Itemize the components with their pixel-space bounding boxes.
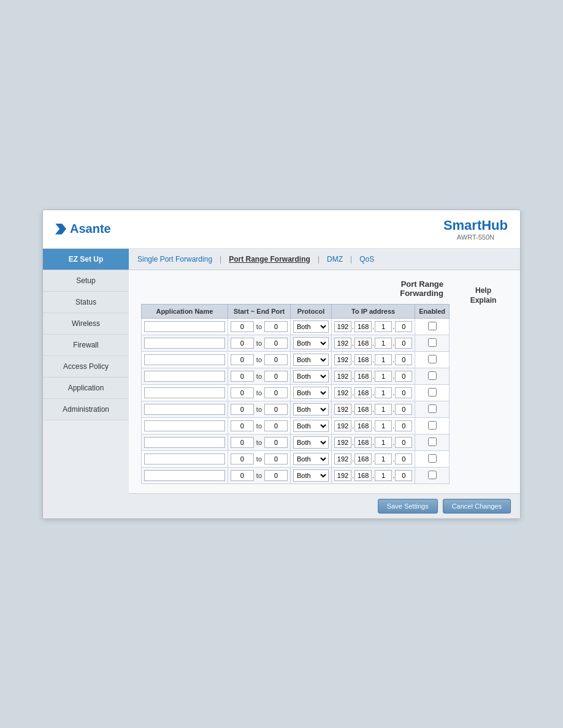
ip1-input-3[interactable] <box>334 371 351 382</box>
ip2-input-2[interactable] <box>354 354 372 365</box>
sidebar-item-wireless[interactable]: Wireless <box>43 313 129 335</box>
ip3-input-8[interactable] <box>375 453 392 464</box>
protocol-select-0[interactable]: BothTCPUDP <box>293 320 329 333</box>
ip1-input-6[interactable] <box>334 420 351 431</box>
tab-qos[interactable]: QoS <box>357 254 377 265</box>
ip1-input-4[interactable] <box>334 387 351 398</box>
start-port-input-6[interactable] <box>231 420 254 431</box>
end-port-input-7[interactable] <box>264 437 288 448</box>
cancel-changes-button[interactable]: Cancel Changes <box>443 499 511 514</box>
app-name-input-7[interactable] <box>144 437 225 448</box>
protocol-select-3[interactable]: BothTCPUDP <box>293 370 329 382</box>
ip3-input-5[interactable] <box>375 404 392 415</box>
app-name-input-3[interactable] <box>144 371 225 382</box>
tab-dmz[interactable]: DMZ <box>324 254 345 265</box>
enabled-checkbox-5[interactable] <box>428 404 437 413</box>
ip4-input-8[interactable] <box>395 453 412 464</box>
sidebar-item-firewall[interactable]: Firewall <box>43 335 129 356</box>
enabled-checkbox-4[interactable] <box>428 388 437 396</box>
end-port-input-3[interactable] <box>264 371 288 382</box>
ip2-input-7[interactable] <box>354 437 372 448</box>
ip4-input-4[interactable] <box>395 387 412 398</box>
enabled-checkbox-9[interactable] <box>428 471 437 479</box>
app-name-input-4[interactable] <box>144 387 225 398</box>
start-port-input-9[interactable] <box>231 470 254 481</box>
ip3-input-9[interactable] <box>375 470 392 481</box>
sidebar-item-status[interactable]: Status <box>43 292 129 313</box>
ip1-input-5[interactable] <box>334 404 351 415</box>
app-name-input-8[interactable] <box>144 453 225 464</box>
end-port-input-8[interactable] <box>264 453 288 464</box>
ip4-input-3[interactable] <box>395 371 412 382</box>
ip3-input-3[interactable] <box>375 371 392 382</box>
sidebar-item-administration[interactable]: Administration <box>43 399 129 420</box>
ip2-input-4[interactable] <box>354 387 372 398</box>
end-port-input-0[interactable] <box>264 321 288 332</box>
ip4-input-6[interactable] <box>395 420 412 431</box>
app-name-input-2[interactable] <box>144 354 225 365</box>
end-port-input-9[interactable] <box>264 470 288 481</box>
enabled-checkbox-3[interactable] <box>428 371 437 380</box>
start-port-input-8[interactable] <box>231 453 254 464</box>
ip4-input-5[interactable] <box>395 404 412 415</box>
app-name-input-9[interactable] <box>144 470 225 481</box>
start-port-input-5[interactable] <box>231 404 254 415</box>
start-port-input-1[interactable] <box>231 338 254 349</box>
ip3-input-4[interactable] <box>375 387 392 398</box>
ip4-input-2[interactable] <box>395 354 412 365</box>
protocol-select-9[interactable]: BothTCPUDP <box>293 469 329 482</box>
app-name-input-0[interactable] <box>144 321 225 332</box>
enabled-checkbox-0[interactable] <box>428 322 437 330</box>
ip2-input-0[interactable] <box>354 321 372 332</box>
ip3-input-6[interactable] <box>375 420 392 431</box>
save-settings-button[interactable]: Save Settings <box>378 499 438 514</box>
ip2-input-1[interactable] <box>354 338 372 349</box>
protocol-select-1[interactable]: BothTCPUDP <box>293 337 329 349</box>
app-name-input-5[interactable] <box>144 404 225 415</box>
ip1-input-2[interactable] <box>334 354 351 365</box>
ip3-input-1[interactable] <box>375 338 392 349</box>
sidebar-item-access-policy[interactable]: Access Policy <box>43 356 129 377</box>
start-port-input-0[interactable] <box>231 321 254 332</box>
app-name-input-6[interactable] <box>144 420 225 431</box>
ip2-input-9[interactable] <box>354 470 372 481</box>
protocol-select-2[interactable]: BothTCPUDP <box>293 354 329 366</box>
ip4-input-7[interactable] <box>395 437 412 448</box>
app-name-input-1[interactable] <box>144 338 225 349</box>
enabled-checkbox-8[interactable] <box>428 454 437 463</box>
protocol-select-5[interactable]: BothTCPUDP <box>293 403 329 415</box>
ip2-input-5[interactable] <box>354 404 372 415</box>
start-port-input-3[interactable] <box>231 371 254 382</box>
ip1-input-0[interactable] <box>334 321 351 332</box>
sidebar-item-ez-setup[interactable]: EZ Set Up <box>43 249 129 270</box>
ip3-input-0[interactable] <box>375 321 392 332</box>
sidebar-item-application[interactable]: Application <box>43 377 129 399</box>
end-port-input-2[interactable] <box>264 354 288 365</box>
protocol-select-8[interactable]: BothTCPUDP <box>293 453 329 465</box>
ip1-input-9[interactable] <box>334 470 351 481</box>
ip4-input-0[interactable] <box>395 321 412 332</box>
protocol-select-6[interactable]: BothTCPUDP <box>293 420 329 432</box>
ip3-input-7[interactable] <box>375 437 392 448</box>
end-port-input-5[interactable] <box>264 404 288 415</box>
ip2-input-3[interactable] <box>354 371 372 382</box>
ip1-input-7[interactable] <box>334 437 351 448</box>
start-port-input-4[interactable] <box>231 387 254 398</box>
start-port-input-2[interactable] <box>231 354 254 365</box>
ip3-input-2[interactable] <box>375 354 392 365</box>
protocol-select-7[interactable]: BothTCPUDP <box>293 436 329 449</box>
ip1-input-8[interactable] <box>334 453 351 464</box>
ip4-input-1[interactable] <box>395 338 412 349</box>
ip4-input-9[interactable] <box>395 470 412 481</box>
sidebar-item-setup[interactable]: Setup <box>43 270 129 292</box>
tab-single-port[interactable]: Single Port Forwarding <box>135 254 215 265</box>
tab-port-range[interactable]: Port Range Forwarding <box>226 254 313 265</box>
ip1-input-1[interactable] <box>334 338 351 349</box>
protocol-select-4[interactable]: BothTCPUDP <box>293 387 329 399</box>
end-port-input-6[interactable] <box>264 420 288 431</box>
start-port-input-7[interactable] <box>231 437 254 448</box>
enabled-checkbox-2[interactable] <box>428 355 437 363</box>
enabled-checkbox-7[interactable] <box>428 438 437 446</box>
end-port-input-1[interactable] <box>264 338 288 349</box>
enabled-checkbox-6[interactable] <box>428 421 437 430</box>
